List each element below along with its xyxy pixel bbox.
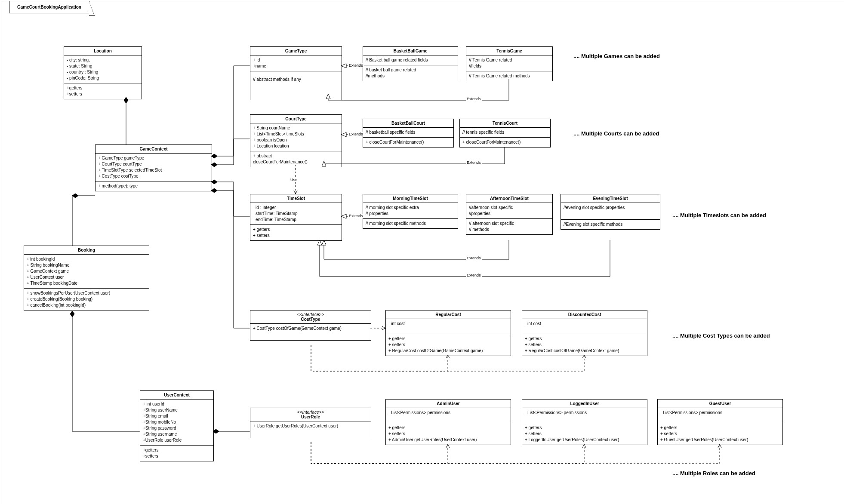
class-booking: Booking + int bookingId+ String bookingN… (24, 246, 149, 310)
class-header: TennisCourt (460, 119, 550, 128)
label-extends: Extends (348, 214, 364, 218)
class-gametype: GameType + id+name // abstract methods i… (250, 46, 342, 100)
class-header: TimeSlot (250, 194, 342, 203)
class-header: Booking (24, 246, 149, 255)
class-basketballgame: BasketBallGame // Basket ball game relat… (363, 46, 458, 81)
label-extends: Extends (348, 132, 364, 136)
class-location: Location - city: string,- state: String-… (64, 46, 142, 99)
class-ops: //Evening slot specific methods (561, 220, 660, 229)
class-attrs: - List<Permissions> permissions (658, 408, 782, 423)
class-header: Location (64, 47, 142, 55)
class-attrs: //evening slot specific properties (561, 203, 660, 220)
class-ops: + getters+ setters+ AdminUser getUserRol… (386, 423, 511, 445)
class-ops: + CostType costOfGame(GameContext game) (250, 324, 371, 340)
class-morningslot: MorningTimeSlot // morning slot specific… (363, 194, 458, 229)
note-roles: .... Multiple Roles can be added (672, 470, 755, 476)
class-ops: + abstractcloseCourtForMaintenance() (250, 151, 342, 167)
class-header: TennisGame (466, 47, 552, 55)
class-guestuser: GuestUser - List<Permissions> permission… (657, 399, 783, 445)
class-ops: // Tennis Game related methods (466, 71, 552, 81)
label-use: Use (290, 178, 298, 182)
class-ops: + getters+ setters+ RegularCost costOfGa… (386, 334, 511, 356)
class-ops: +getters+setters (64, 83, 142, 99)
class-attrs: + id+name (250, 55, 342, 71)
class-attrs: // Basket ball game related fields (363, 55, 458, 65)
class-header: EveningTimeSlot (561, 194, 660, 203)
class-basketballcourt: BasketBallCourt // basketball specific f… (363, 119, 454, 148)
class-eveningslot: EveningTimeSlot //evening slot specific … (561, 194, 660, 230)
class-userrole: <<Interface>>UserRole + UserRole getUser… (250, 408, 371, 438)
class-tennisgame: TennisGame // Tennis Game related//field… (466, 46, 553, 81)
label-extends: Extends (466, 256, 482, 260)
class-attrs: - List<Permissions> permissions (386, 408, 511, 423)
class-ops: + method(type): type (95, 181, 212, 191)
class-attrs: // morning slot specific extra// propert… (363, 203, 458, 219)
class-header: GameType (250, 47, 342, 55)
class-loggedinuser: LoggedInUser - List<Permissions> permiss… (522, 399, 647, 445)
class-ops: + getters+ setters+ LoggedInUser getUser… (522, 423, 647, 445)
class-ops: + getters+ setters+ RegularCost costOfGa… (522, 334, 647, 356)
class-tenniscourt: TennisCourt // tennis specific fields + … (459, 119, 551, 148)
class-header: LoggedInUser (522, 400, 647, 408)
class-gamecontext: GameContext + GameType gameType+ CourtTy… (95, 144, 212, 191)
class-ops: + closeCourtForMaintenance() (460, 138, 550, 147)
label-extends: Extends (466, 160, 482, 165)
class-ops: // morning slot specific methods (363, 219, 458, 228)
class-attrs: - int cost (522, 319, 647, 334)
class-header: AfternoonTimeSlot (466, 194, 552, 203)
class-adminuser: AdminUser - List<Permissions> permission… (385, 399, 511, 445)
class-header: UserContext (140, 391, 213, 400)
class-usercontext: UserContext + int userId+String userName… (140, 390, 214, 461)
class-ops: + getters+ setters+ GuestUser getUserRol… (658, 423, 782, 445)
class-attrs: - int cost (386, 319, 511, 334)
class-ops: + getters+ setters (250, 225, 342, 240)
class-header: AdminUser (386, 400, 511, 408)
class-discountedcost: DiscountedCost - int cost + getters+ set… (522, 310, 647, 356)
class-attrs: - city: string,- state: String- country … (64, 55, 142, 83)
class-attrs: - id : Integer- startTime: TimeStamp- en… (250, 203, 342, 225)
class-attrs: + GameType gameType+ CourtType courtType… (95, 154, 212, 181)
class-attrs: //afternoon slot specific//properties (466, 203, 552, 219)
class-ops: // abstract methods if any (250, 71, 342, 100)
note-costs: .... Multiple Cost Types can be added (672, 332, 770, 339)
class-ops: + showBookingsPerUser(UserContext user)+… (24, 289, 149, 310)
class-ops: + UserRole getUserRoles(UserContext user… (250, 421, 371, 438)
diagram-canvas: GameCourtBookingApplication Location - c… (1, 1, 844, 504)
class-attrs: + int bookingId+ String bookingName+ Gam… (24, 255, 149, 289)
class-header: BasketBallCourt (363, 119, 453, 128)
class-header: CourtType (250, 115, 342, 123)
class-timeslot: TimeSlot - id : Integer- startTime: Time… (250, 194, 342, 241)
class-attrs: - List<Permissions> permissions (522, 408, 647, 423)
class-attrs: // Tennis Game related//fields (466, 55, 552, 71)
class-stereo: <<Interface>>UserRole (250, 408, 371, 421)
label-extends: Extends (466, 97, 482, 101)
note-games: .... Multiple Games can be added (573, 53, 660, 59)
class-costtype: <<Interface>>CostType + CostType costOfG… (250, 310, 371, 341)
label-extends: Extends (348, 63, 364, 68)
class-stereo: <<Interface>>CostType (250, 310, 371, 324)
class-header: GuestUser (658, 400, 782, 408)
class-header: RegularCost (386, 310, 511, 319)
class-header: GameContext (95, 145, 212, 154)
class-courttype: CourtType + String courtName+ List<TimeS… (250, 114, 342, 167)
class-ops: // afternoon slot specific// methods (466, 219, 552, 234)
class-ops: + closeCourtForMaintenance() (363, 138, 453, 147)
class-attrs: // tennis specific fields (460, 128, 550, 138)
label-extends: Extends (466, 273, 482, 277)
class-regularcost: RegularCost - int cost + getters+ setter… (385, 310, 511, 356)
class-header: DiscountedCost (522, 310, 647, 319)
class-header: MorningTimeSlot (363, 194, 458, 203)
class-attrs: + int userId+String userName+String emai… (140, 400, 213, 446)
class-attrs: // basketball specific fields (363, 128, 453, 138)
diagram-title: GameCourtBookingApplication (9, 1, 89, 13)
class-attrs: + String courtName+ List<TimeSlot> timeS… (250, 123, 342, 151)
class-header: BasketBallGame (363, 47, 458, 55)
note-courts: .... Multiple Courts can be added (573, 130, 659, 137)
class-afternoonslot: AfternoonTimeSlot //afternoon slot speci… (466, 194, 553, 235)
note-timeslots: .... Multiple Timeslots can be added (672, 212, 766, 218)
class-ops: // basket ball game related//methods (363, 65, 458, 81)
class-ops: +getters+setters (140, 446, 213, 461)
